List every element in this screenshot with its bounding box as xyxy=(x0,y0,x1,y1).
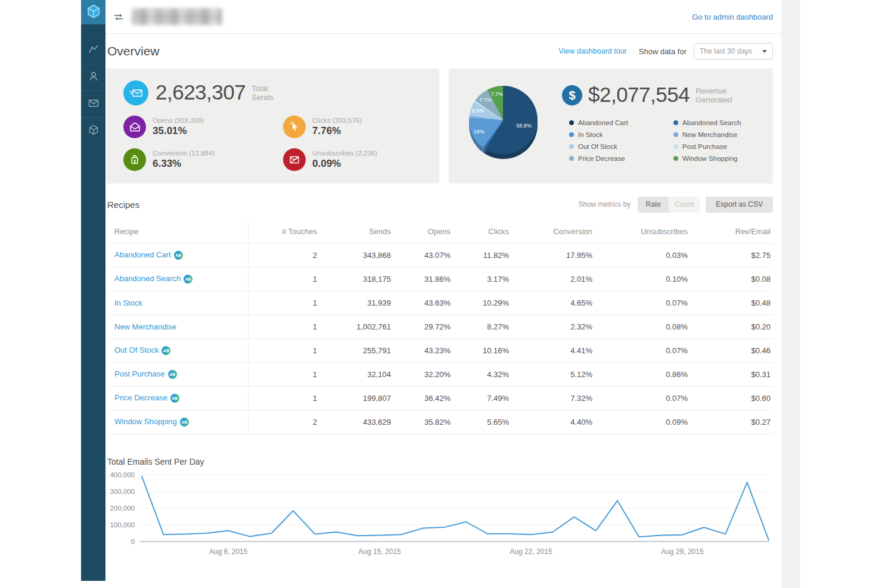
sidebar-item-products[interactable] xyxy=(81,118,105,144)
cell-sends: 199,807 xyxy=(319,386,393,410)
svg-text:$: $ xyxy=(133,158,136,164)
workspace-name-redacted xyxy=(132,8,222,25)
legend-dot xyxy=(673,156,678,161)
legend-dot xyxy=(569,120,574,125)
unsubscribes-metric: Unsubscribes (2,236) 0.09% xyxy=(283,148,439,171)
pie xyxy=(469,86,538,154)
cell-unsubscribes: 0.07% xyxy=(595,386,690,410)
cell-clicks: 8.27% xyxy=(453,315,511,338)
svg-text:Aug 15, 2015: Aug 15, 2015 xyxy=(358,547,401,556)
opens-metric: Opens (918,328) 35.01% xyxy=(123,116,283,138)
cell-opens: 36.42% xyxy=(393,386,453,410)
total-sends-value: 2,623,307 xyxy=(156,80,246,104)
send-icon xyxy=(123,80,148,105)
legend-dot xyxy=(569,144,574,149)
ab-test-badge: AB xyxy=(168,370,177,379)
recipe-link[interactable]: Abandoned Cart xyxy=(114,250,171,259)
pie-slice-label: 7.7% xyxy=(490,91,503,97)
cell-recipe: Abandoned SearchAB xyxy=(110,267,248,291)
svg-text:Aug 8, 2015: Aug 8, 2015 xyxy=(209,547,248,556)
cell-sends: 1,002,761 xyxy=(319,315,393,338)
count-button[interactable]: Count xyxy=(669,197,700,213)
ab-test-badge: AB xyxy=(162,346,170,355)
legend-item: Out Of Stock xyxy=(569,143,673,150)
cell-sends: 343,868 xyxy=(319,243,393,267)
table-row: Price DecreaseAB1199,80736.42%7.49%7.32%… xyxy=(110,386,773,410)
col-rev-email: Rev/Email xyxy=(690,220,773,243)
recipe-link[interactable]: Abandoned Search xyxy=(114,274,181,283)
sidebar-item-messages[interactable] xyxy=(81,91,105,117)
cell-sends: 255,791 xyxy=(319,338,393,362)
recipe-link[interactable]: Window Shopping xyxy=(114,417,177,426)
recipe-link[interactable]: Post Purchase xyxy=(114,369,165,378)
legend-item: Window Shopping xyxy=(673,155,778,162)
sidebar-item-contacts[interactable] xyxy=(81,64,105,91)
page-gutter xyxy=(781,0,800,588)
cell-unsubscribes: 0.86% xyxy=(595,362,690,386)
envelope-icon xyxy=(88,97,100,111)
overview-bar: Overview View dashboard tour Show data f… xyxy=(105,35,781,68)
recipe-link[interactable]: New Merchandise xyxy=(114,322,176,331)
pie-slice-label: 6.9% xyxy=(472,108,485,114)
cell-rev-email: $0.31 xyxy=(690,362,773,386)
cell-unsubscribes: 0.07% xyxy=(595,291,690,315)
legend-item: New Merchandise xyxy=(673,131,778,138)
date-range-value: The last 30 days xyxy=(700,47,762,55)
cell-recipe: Price DecreaseAB xyxy=(110,386,248,410)
cell-recipe: Abandoned CartAB xyxy=(110,243,248,267)
pie-slice-label: 16% xyxy=(474,129,485,135)
date-range-select[interactable]: The last 30 days xyxy=(694,43,773,60)
cell-recipe: Out Of StockAB xyxy=(110,338,248,362)
legend-item: In Stock xyxy=(569,131,673,138)
cell-touches: 2 xyxy=(248,410,319,434)
recipes-header: Recipes Show metrics by Rate Count Expor… xyxy=(107,196,773,213)
pie-slice-label: 7.7% xyxy=(479,97,492,103)
shopping-bag-icon: $ xyxy=(123,148,146,171)
top-header: Go to admin dashboard xyxy=(105,0,781,34)
col-recipe: Recipe xyxy=(110,220,248,243)
cell-rev-email: $0.08 xyxy=(690,267,773,291)
ab-test-badge: AB xyxy=(180,418,189,427)
recipe-link[interactable]: Out Of Stock xyxy=(114,346,159,354)
page-title: Overview xyxy=(107,44,160,58)
cell-opens: 43.23% xyxy=(393,338,453,362)
clicks-metric: Clicks (203,576) 7.76% xyxy=(283,116,439,138)
sidebar-item-reports[interactable] xyxy=(81,38,105,64)
collapse-toggle-icon[interactable] xyxy=(114,13,123,21)
total-sends-stat: 2,623,307 Total Sends xyxy=(123,80,439,105)
svg-text:300,000: 300,000 xyxy=(110,488,135,495)
view-dashboard-tour-link[interactable]: View dashboard tour xyxy=(558,47,626,55)
cube-icon xyxy=(88,124,100,138)
open-envelope-icon xyxy=(123,116,146,138)
svg-text:200,000: 200,000 xyxy=(110,505,135,512)
cell-recipe: In Stock xyxy=(110,291,248,315)
cell-sends: 31,939 xyxy=(319,291,393,315)
recipe-link[interactable]: In Stock xyxy=(114,298,142,307)
cell-rev-email: $0.46 xyxy=(690,338,773,362)
export-csv-button[interactable]: Export as CSV xyxy=(706,197,773,213)
app-logo[interactable] xyxy=(81,0,105,24)
table-row: Abandoned SearchAB1318,17531.86%3.17%2.0… xyxy=(110,267,773,291)
chevron-down-icon xyxy=(762,50,767,53)
cell-unsubscribes: 0.10% xyxy=(595,267,690,291)
go-to-admin-dashboard-link[interactable]: Go to admin dashboard xyxy=(692,13,773,21)
table-row: Window ShoppingAB2433,62935.82%5.65%4.40… xyxy=(110,410,773,434)
sidebar xyxy=(81,0,105,581)
recipe-link[interactable]: Price Decrease xyxy=(114,393,167,402)
legend-item: Post Purchase xyxy=(673,143,778,150)
cell-opens: 43.63% xyxy=(393,291,453,315)
revenue-panel: 58.8%16%6.9%7.7%7.7% $ $2,077,554 Revenu… xyxy=(449,69,773,183)
cell-clicks: 5.65% xyxy=(453,410,511,434)
cell-conversion: 17.95% xyxy=(511,243,595,267)
cell-sends: 32,104 xyxy=(319,362,393,386)
table-row: Post PurchaseAB132,10432.20%4.32%5.12%0.… xyxy=(110,362,773,386)
col-opens: Opens xyxy=(393,220,453,243)
table-row: New Merchandise11,002,76129.72%8.27%2.32… xyxy=(110,315,773,338)
legend-dot xyxy=(569,156,574,161)
cell-conversion: 5.12% xyxy=(511,362,595,386)
svg-text:0: 0 xyxy=(131,538,135,545)
col-touches: # Touches xyxy=(248,220,319,243)
cell-unsubscribes: 0.07% xyxy=(595,338,690,362)
cell-opens: 29.72% xyxy=(393,315,453,338)
rate-button[interactable]: Rate xyxy=(638,197,669,213)
